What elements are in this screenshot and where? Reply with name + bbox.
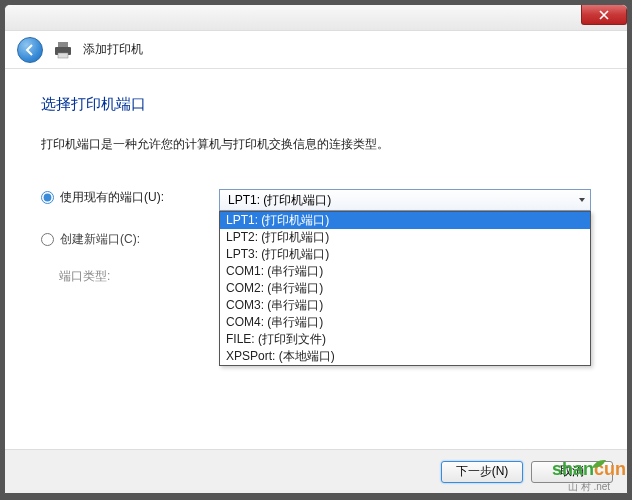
wizard-header: 添加打印机: [5, 31, 627, 69]
radio-use-existing-label: 使用现有的端口(U):: [60, 189, 164, 206]
back-button[interactable]: [17, 37, 43, 63]
radio-create-new-input[interactable]: [41, 233, 54, 246]
dropdown-item-lpt1[interactable]: LPT1: (打印机端口): [220, 212, 590, 229]
radio-use-existing-port[interactable]: 使用现有的端口(U):: [41, 189, 219, 206]
radio-use-existing-input[interactable]: [41, 191, 54, 204]
svg-rect-1: [58, 42, 68, 47]
next-button[interactable]: 下一步(N): [441, 461, 523, 483]
page-heading: 选择打印机端口: [41, 95, 591, 114]
svg-rect-2: [58, 53, 68, 58]
watermark: shancun 山 村 .net: [552, 459, 626, 494]
chevron-down-icon: [578, 196, 586, 204]
dropdown-item-com4[interactable]: COM4: (串行端口): [220, 314, 590, 331]
radio-create-new-port[interactable]: 创建新端口(C):: [41, 231, 219, 248]
dropdown-item-lpt3[interactable]: LPT3: (打印机端口): [220, 246, 590, 263]
dropdown-item-lpt2[interactable]: LPT2: (打印机端口): [220, 229, 590, 246]
close-button[interactable]: [581, 5, 627, 25]
dropdown-item-com2[interactable]: COM2: (串行端口): [220, 280, 590, 297]
dropdown-item-file[interactable]: FILE: (打印到文件): [220, 331, 590, 348]
port-type-label: 端口类型:: [41, 268, 219, 285]
port-combobox-value: LPT1: (打印机端口): [228, 192, 331, 209]
leaf-icon: [590, 458, 608, 470]
dropdown-item-com3[interactable]: COM3: (串行端口): [220, 297, 590, 314]
back-arrow-icon: [23, 43, 37, 57]
wizard-title: 添加打印机: [83, 41, 143, 58]
radio-create-new-label: 创建新端口(C):: [60, 231, 140, 248]
wizard-footer: 下一步(N) 取消: [5, 449, 627, 493]
dropdown-item-xpsport[interactable]: XPSPort: (本地端口): [220, 348, 590, 365]
printer-icon: [53, 41, 73, 59]
wizard-content: 选择打印机端口 打印机端口是一种允许您的计算机与打印机交换信息的连接类型。 使用…: [5, 69, 627, 331]
titlebar: [5, 5, 627, 31]
dropdown-item-com1[interactable]: COM1: (串行端口): [220, 263, 590, 280]
close-icon: [599, 10, 609, 20]
port-combobox[interactable]: LPT1: (打印机端口): [219, 189, 591, 211]
page-description: 打印机端口是一种允许您的计算机与打印机交换信息的连接类型。: [41, 136, 591, 153]
add-printer-wizard-window: 添加打印机 选择打印机端口 打印机端口是一种允许您的计算机与打印机交换信息的连接…: [4, 4, 628, 494]
port-dropdown-list: LPT1: (打印机端口) LPT2: (打印机端口) LPT3: (打印机端口…: [219, 211, 591, 366]
